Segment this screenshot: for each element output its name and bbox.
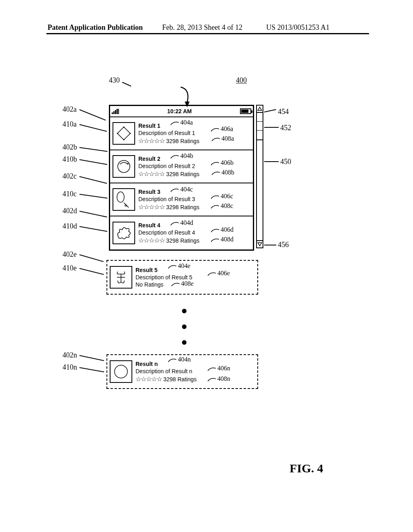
leader-line (79, 226, 107, 232)
star-icons: ☆☆☆☆☆ (138, 237, 165, 244)
leader-line (79, 355, 104, 361)
leader-line (79, 194, 108, 199)
ref-402b: 402b (63, 143, 77, 152)
ref-410c: 410c (63, 190, 77, 198)
scrollbar-thumb[interactable] (257, 113, 263, 140)
row-b-rating: ☆☆☆☆☆ 3298 Ratings (138, 170, 199, 178)
scroll-up-icon[interactable] (257, 106, 263, 113)
thumb-c (113, 188, 135, 211)
ref-408c: 408c (211, 202, 233, 210)
leader-line (79, 124, 107, 132)
row-n-desc: Description of Result n (136, 368, 196, 374)
header-center: Feb. 28, 2013 Sheet 4 of 12 (162, 23, 242, 32)
ref-454: 454 (278, 108, 289, 116)
row-n-rating: ☆☆☆☆☆ 3298 Ratings (136, 375, 196, 383)
signal-icon (112, 108, 119, 114)
leader-line (79, 268, 104, 275)
status-time: 10:22 AM (167, 108, 192, 114)
ref-406c: 406c (211, 193, 233, 200)
leader-line (79, 211, 107, 218)
ref-410n: 410n (63, 363, 77, 372)
ref-400: 400 (236, 76, 247, 85)
scrollbar[interactable] (256, 105, 263, 248)
ref-408b: 408b (212, 169, 234, 176)
ref-404d: 404d (171, 219, 193, 227)
svg-marker-5 (117, 133, 118, 134)
row-c-rating: ☆☆☆☆☆ 3298 Ratings (138, 203, 199, 211)
star-icons: ☆☆☆☆☆ (138, 170, 165, 177)
leader-line (122, 82, 131, 87)
ref-406n: 406n (208, 365, 230, 372)
ref-402n: 402n (63, 351, 77, 360)
ref-410d: 410d (63, 222, 77, 231)
ref-402d: 402d (63, 207, 77, 215)
svg-marker-3 (129, 133, 131, 134)
ref-410e: 410e (63, 264, 77, 272)
ref-450: 450 (280, 158, 291, 166)
svg-point-8 (117, 192, 124, 202)
ref-404a: 404a (171, 119, 193, 126)
ref-402a: 402a (63, 105, 77, 114)
thumb-d (113, 222, 135, 244)
row-c-desc: Description of Result 3 (138, 196, 199, 202)
star-icons: ☆☆☆☆☆ (138, 204, 165, 210)
figure-label: FIG. 4 (290, 461, 323, 475)
header-left: Patent Application Publication (48, 23, 143, 32)
row-d-rating: ☆☆☆☆☆ 3298 Ratings (138, 237, 199, 244)
ref-408a: 408a (212, 135, 234, 142)
svg-marker-2 (123, 126, 125, 128)
thumb-e (110, 266, 132, 289)
ref-406a: 406a (211, 125, 233, 133)
ref-404n: 404n (168, 356, 191, 363)
svg-marker-10 (258, 243, 262, 246)
header-right: US 2013/0051253 A1 (266, 23, 330, 32)
leader-line (79, 109, 106, 121)
ref-406e: 406e (208, 270, 230, 277)
statusbar: 10:22 AM (110, 106, 253, 117)
ref-406d: 406d (211, 226, 234, 233)
leader-line (264, 161, 279, 162)
leader-line (264, 109, 276, 112)
svg-marker-1 (117, 127, 130, 140)
ref-404b: 404b (171, 152, 193, 160)
ref-452: 452 (280, 124, 291, 132)
scroll-down-icon[interactable] (257, 240, 263, 247)
leader-line (79, 367, 104, 372)
star-icons: ☆☆☆☆☆ (138, 137, 165, 144)
row-a-rating: ☆☆☆☆☆ 3298 Ratings (138, 137, 199, 145)
leader-line (264, 245, 276, 245)
ref-404e: 404e (168, 262, 190, 270)
ref-406b: 406b (211, 159, 234, 166)
leader-line (264, 127, 279, 128)
battery-icon (240, 108, 251, 114)
svg-point-13 (115, 365, 127, 378)
leader-line (79, 176, 107, 184)
header-rule (46, 33, 369, 34)
thumb-b (113, 155, 135, 178)
svg-marker-4 (123, 139, 125, 141)
svg-marker-9 (258, 107, 262, 110)
ref-408n: 408n (208, 375, 230, 382)
leader-line (79, 254, 104, 262)
ellipsis-icon: ●●● (181, 303, 188, 350)
ref-408e: 408e (171, 280, 194, 287)
ref-408d: 408d (211, 236, 234, 243)
leader-line (79, 159, 107, 165)
thumb-a (113, 122, 135, 145)
ref-456: 456 (278, 241, 289, 249)
ref-410b: 410b (63, 155, 77, 164)
ref-430: 430 (109, 76, 120, 85)
ref-404c: 404c (171, 186, 193, 193)
star-icons: ☆☆☆☆☆ (136, 376, 162, 382)
row-b-desc: Description of Result 2 (138, 163, 199, 169)
thumb-n (110, 360, 132, 383)
ref-410a: 410a (63, 120, 77, 129)
ref-402c: 402c (63, 172, 77, 181)
row-e-desc: Description of Result 5 (136, 274, 192, 281)
row-n-text: Result n Description of Result n ☆☆☆☆☆ 3… (136, 361, 196, 383)
ref-402e: 402e (63, 250, 77, 259)
row-a-desc: Description of Result 1 (138, 130, 199, 136)
row-d-desc: Description of Result 4 (138, 229, 199, 236)
leader-line (79, 147, 108, 152)
